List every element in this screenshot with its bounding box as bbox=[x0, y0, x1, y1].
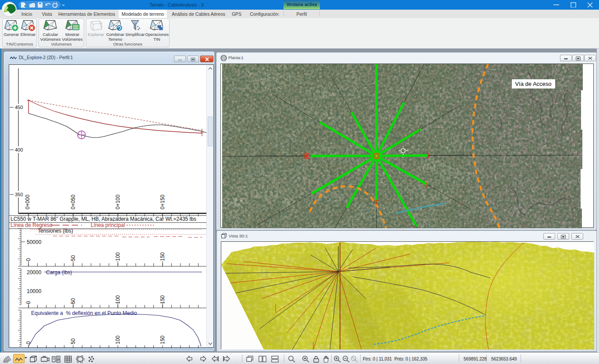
svg-text:150: 150 bbox=[159, 336, 166, 344]
svg-text:100: 100 bbox=[115, 336, 121, 344]
svg-text:Vía de Acceso: Vía de Acceso bbox=[515, 81, 551, 87]
svg-text:Equivalente a % deflexión en: Equivalente a % deflexión en el Punto Me… bbox=[31, 310, 137, 316]
svg-text:Carga (lbs): Carga (lbs) bbox=[46, 269, 72, 276]
svg-text:0+100: 0+100 bbox=[115, 194, 121, 209]
svg-text:50: 50 bbox=[70, 255, 76, 261]
svg-text:450: 450 bbox=[15, 105, 23, 110]
svg-text:Tensiones (lbs): Tensiones (lbs) bbox=[38, 228, 73, 234]
svg-text:100: 100 bbox=[115, 252, 121, 261]
svg-text:LC550 w T-MAR 86" Grapple, ML,: LC550 w T-MAR 86" Grapple, ML, HB, Abraz… bbox=[11, 216, 196, 222]
svg-text:Línea principal: Línea principal bbox=[91, 222, 125, 228]
svg-text:350: 350 bbox=[15, 192, 23, 197]
svg-text:10000: 10000 bbox=[27, 288, 42, 294]
svg-text:150: 150 bbox=[159, 252, 166, 261]
svg-text:0: 0 bbox=[25, 341, 32, 344]
svg-text:20000: 20000 bbox=[27, 269, 42, 276]
svg-text:0+050: 0+050 bbox=[70, 194, 76, 209]
svg-text:50: 50 bbox=[70, 338, 76, 344]
svg-text:0+150: 0+150 bbox=[159, 194, 166, 209]
svg-text:150: 150 bbox=[159, 295, 166, 304]
svg-text:50000: 50000 bbox=[27, 239, 42, 245]
svg-text:100: 100 bbox=[115, 295, 121, 304]
svg-text:400: 400 bbox=[15, 147, 23, 152]
svg-text:Línea de Regreso: Línea de Regreso bbox=[11, 222, 53, 228]
svg-text:0+000: 0+000 bbox=[25, 194, 31, 209]
svg-text:0: 0 bbox=[25, 258, 32, 261]
